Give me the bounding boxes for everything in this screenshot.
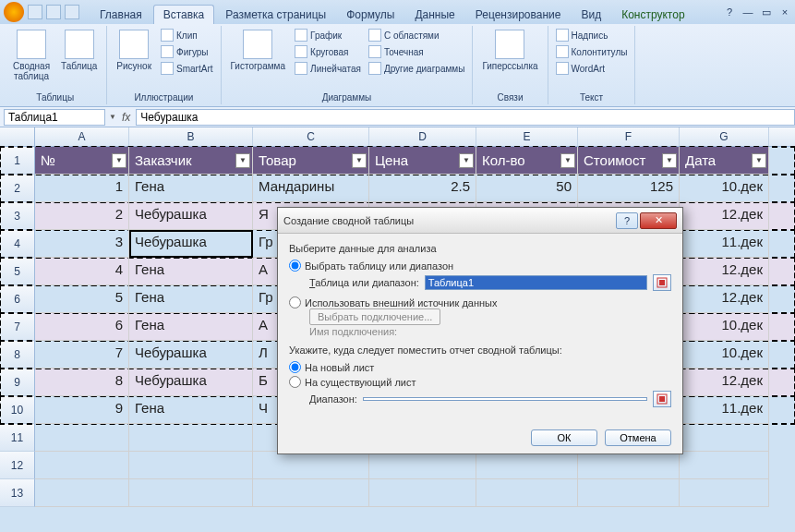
empty-cell[interactable] <box>129 452 253 479</box>
cell-qty[interactable]: 50 <box>476 175 578 202</box>
cell-customer[interactable]: Гена <box>129 285 253 313</box>
dialog-help-button[interactable]: ? <box>616 212 638 229</box>
header-cost[interactable]: Стоимост▼ <box>578 147 680 175</box>
cell-customer[interactable]: Чебурашка <box>129 341 253 369</box>
pie-chart-button[interactable]: Круговая <box>293 44 363 59</box>
tab-home[interactable]: Главная <box>90 6 151 24</box>
cell-customer[interactable]: Гена <box>129 313 253 341</box>
col-header-a[interactable]: A <box>35 127 129 146</box>
row-header[interactable]: 8 <box>0 341 35 369</box>
cell-no[interactable]: 5 <box>35 285 129 313</box>
empty-cell[interactable] <box>35 424 129 452</box>
bar-chart-button[interactable]: Линейчатая <box>293 61 363 76</box>
empty-cell[interactable] <box>578 452 680 479</box>
pivot-table-button[interactable]: Сводная таблица <box>9 28 54 83</box>
area-chart-button[interactable]: С областями <box>367 28 467 42</box>
col-header-c[interactable]: C <box>253 127 369 146</box>
cell-customer[interactable]: Гена <box>129 175 253 202</box>
clip-button[interactable]: Клип <box>159 28 214 42</box>
empty-cell[interactable] <box>680 479 769 507</box>
empty-cell[interactable] <box>369 479 476 507</box>
cell-no[interactable]: 6 <box>35 313 129 341</box>
qat-undo-icon[interactable] <box>46 5 61 19</box>
cell-customer[interactable]: Гена <box>129 258 253 285</box>
cell-date[interactable]: 10.дек <box>680 341 769 369</box>
fx-icon[interactable]: fx <box>116 111 136 124</box>
empty-cell[interactable] <box>680 424 769 452</box>
empty-cell[interactable] <box>35 452 129 479</box>
range2-picker-button[interactable] <box>653 391 671 407</box>
other-charts-button[interactable]: Другие диаграммы <box>367 61 467 76</box>
cell-product[interactable]: Мандарины <box>253 175 369 202</box>
tab-insert[interactable]: Вставка <box>153 5 215 24</box>
cancel-button[interactable]: Отмена <box>605 429 671 446</box>
select-all-corner[interactable] <box>0 127 35 146</box>
header-price[interactable]: Цена▼ <box>369 147 476 175</box>
cell-no[interactable]: 2 <box>35 202 129 230</box>
radio-select-table-input[interactable] <box>289 260 301 272</box>
header-date[interactable]: Дата▼ <box>680 147 769 175</box>
row-header[interactable]: 1 <box>0 147 35 175</box>
col-header-d[interactable]: D <box>369 127 476 146</box>
row-header[interactable]: 11 <box>0 424 35 452</box>
filter-dropdown-icon[interactable]: ▼ <box>352 153 367 168</box>
col-header-f[interactable]: F <box>578 127 680 146</box>
col-header-b[interactable]: B <box>129 127 253 146</box>
office-button[interactable] <box>4 2 24 22</box>
scatter-chart-button[interactable]: Точечная <box>367 44 467 59</box>
help-icon[interactable]: ? <box>723 6 736 18</box>
cell-no[interactable]: 7 <box>35 341 129 369</box>
ok-button[interactable]: ОК <box>531 429 597 446</box>
row-header[interactable]: 3 <box>0 202 35 230</box>
radio-existing-input[interactable] <box>289 376 301 388</box>
cell-no[interactable]: 4 <box>35 258 129 285</box>
empty-cell[interactable] <box>253 479 369 507</box>
cell-date[interactable]: 12.дек <box>680 285 769 313</box>
empty-cell[interactable] <box>680 452 769 479</box>
col-header-g[interactable]: G <box>680 127 769 146</box>
histogram-button[interactable]: Гистограмма <box>227 28 290 73</box>
filter-dropdown-icon[interactable]: ▼ <box>752 153 766 168</box>
cell-date[interactable]: 10.дек <box>680 313 769 341</box>
range-input[interactable]: Таблица1 <box>425 275 647 290</box>
filter-dropdown-icon[interactable]: ▼ <box>560 153 575 168</box>
qat-redo-icon[interactable] <box>65 5 79 19</box>
row-header[interactable]: 12 <box>0 452 35 479</box>
cell-no[interactable]: 9 <box>35 396 129 424</box>
cell-cost[interactable]: 125 <box>578 175 680 202</box>
headerfooter-button[interactable]: Колонтитулы <box>554 44 630 59</box>
empty-cell[interactable] <box>129 479 253 507</box>
empty-cell[interactable] <box>476 479 578 507</box>
radio-new-sheet-input[interactable] <box>289 361 301 373</box>
empty-cell[interactable] <box>35 479 129 507</box>
row-header[interactable]: 13 <box>0 479 35 507</box>
row-header[interactable]: 9 <box>0 369 35 396</box>
close-icon[interactable]: × <box>778 6 791 18</box>
range2-input[interactable] <box>363 397 647 401</box>
row-header[interactable]: 2 <box>0 175 35 202</box>
tab-review[interactable]: Рецензирование <box>466 6 571 24</box>
cell-no[interactable]: 8 <box>35 369 129 396</box>
row-header[interactable]: 5 <box>0 258 35 285</box>
header-no[interactable]: №▼ <box>35 147 129 175</box>
cell-date[interactable]: 12.дек <box>680 258 769 285</box>
range-picker-button[interactable] <box>653 274 671 291</box>
dialog-titlebar[interactable]: Создание сводной таблицы ? ✕ <box>278 208 682 234</box>
header-prod[interactable]: Товар▼ <box>253 147 369 175</box>
qat-save-icon[interactable] <box>28 5 42 19</box>
col-header-e[interactable]: E <box>476 127 578 146</box>
picture-button[interactable]: Рисунок <box>113 28 155 73</box>
row-header[interactable]: 7 <box>0 313 35 341</box>
row-header[interactable]: 4 <box>0 230 35 258</box>
tab-formulas[interactable]: Формулы <box>337 6 404 24</box>
row-header[interactable]: 10 <box>0 396 35 424</box>
empty-cell[interactable] <box>129 424 253 452</box>
row-header[interactable]: 6 <box>0 285 35 313</box>
table-button[interactable]: Таблица <box>57 28 101 73</box>
tab-data[interactable]: Данные <box>405 6 464 24</box>
filter-dropdown-icon[interactable]: ▼ <box>235 153 250 168</box>
header-qty[interactable]: Кол-во▼ <box>476 147 578 175</box>
radio-external-source[interactable]: Использовать внешний источник данных <box>289 296 671 308</box>
cell-customer[interactable]: Гена <box>129 396 253 424</box>
cell-date[interactable]: 12.дек <box>680 202 769 230</box>
